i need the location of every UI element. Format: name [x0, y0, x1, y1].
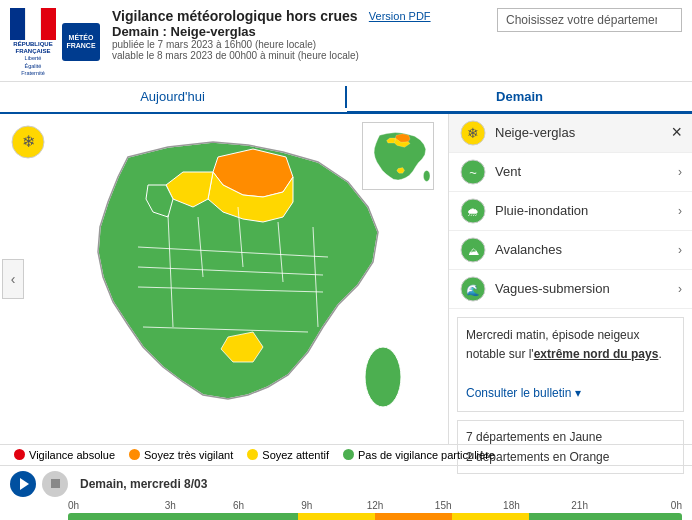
legend-dot-yellow	[247, 449, 258, 460]
timeline-label: Demain, mercredi 8/03	[80, 477, 207, 491]
avalanches-chevron: ›	[678, 243, 682, 257]
timeline-hours: 0h 3h 6h 9h 12h 15h 18h 21h 0h	[68, 500, 682, 511]
info-link[interactable]: Consulter le bulletin ▾	[466, 386, 581, 400]
legend-item-green: Pas de vigilance particulière	[343, 449, 495, 461]
stop-button[interactable]	[42, 471, 68, 497]
legend-dot-green	[343, 449, 354, 460]
meteo-france-logo: MÉTÉOFRANCE	[62, 23, 100, 61]
alert-item-neige-verglas[interactable]: ❄ Neige-verglas ×	[449, 114, 692, 153]
info-text-after: .	[658, 347, 661, 361]
neige-verglas-icon: ❄	[459, 119, 487, 147]
header-text: Vigilance météorologique hors crues Dema…	[112, 8, 487, 61]
stat-line1: 7 départements en Jaune	[466, 427, 675, 447]
pluie-label: Pluie-inondation	[495, 203, 678, 218]
svg-point-11	[365, 347, 401, 407]
stat-line2: 2 départements en Orange	[466, 447, 675, 467]
alert-list: ❄ Neige-verglas × ~ Vent ›	[449, 114, 692, 309]
vagues-icon: 🌊	[459, 275, 487, 303]
version-pdf-link[interactable]: Version PDF	[369, 10, 431, 22]
prev-arrow[interactable]: ‹	[2, 259, 24, 299]
dept-selector-area: Choisissez votre département	[497, 8, 682, 32]
main-content: ❄ ‹	[0, 114, 692, 444]
logos-area: RÉPUBLIQUEFRANÇAISELibertéÉgalitéFratern…	[10, 8, 100, 77]
info-box: Mercredi matin, épisode neigeux notable …	[457, 317, 684, 412]
header-meta1: publiée le 7 mars 2023 à 16h00 (heure lo…	[112, 39, 359, 50]
legend-item-yellow: Soyez attentif	[247, 449, 329, 461]
avalanches-icon: ⛰	[459, 236, 487, 264]
tabs-bar: Aujourd'hui Demain	[0, 82, 692, 114]
legend-item-orange: Soyez très vigilant	[129, 449, 233, 461]
header-title: Vigilance météorologique hors crues	[112, 8, 359, 24]
map-area: ❄ ‹	[0, 114, 448, 444]
alert-item-vagues[interactable]: 🌊 Vagues-submersion ›	[449, 270, 692, 309]
alert-icon-map: ❄	[10, 124, 46, 163]
vagues-label: Vagues-submersion	[495, 281, 678, 296]
header-subtitle: Demain : Neige-verglas	[112, 24, 359, 39]
pluie-chevron: ›	[678, 204, 682, 218]
alert-item-vent[interactable]: ~ Vent ›	[449, 153, 692, 192]
alert-item-pluie[interactable]: 🌧 Pluie-inondation ›	[449, 192, 692, 231]
vent-chevron: ›	[678, 165, 682, 179]
tab-today[interactable]: Aujourd'hui	[0, 82, 345, 112]
map-thumbnail	[362, 122, 434, 190]
play-button[interactable]	[10, 471, 36, 497]
vagues-chevron: ›	[678, 282, 682, 296]
neige-verglas-label: Neige-verglas	[495, 125, 671, 140]
vent-icon: ~	[459, 158, 487, 186]
legend-dot-orange	[129, 449, 140, 460]
info-highlight: extrême nord du pays	[534, 347, 659, 361]
svg-point-12	[423, 170, 430, 181]
vent-label: Vent	[495, 164, 678, 179]
dept-select[interactable]: Choisissez votre département	[497, 8, 682, 32]
svg-text:❄: ❄	[467, 125, 479, 141]
stats-box: 7 départements en Jaune 2 départements e…	[457, 420, 684, 475]
header: RÉPUBLIQUEFRANÇAISELibertéÉgalitéFratern…	[0, 0, 692, 82]
right-panel: ❄ Neige-verglas × ~ Vent ›	[448, 114, 692, 444]
svg-text:~: ~	[469, 165, 477, 180]
svg-text:❄: ❄	[22, 133, 35, 150]
tab-tomorrow[interactable]: Demain	[347, 82, 692, 114]
svg-text:🌊: 🌊	[466, 283, 480, 297]
alert-item-avalanches[interactable]: ⛰ Avalanches ›	[449, 231, 692, 270]
legend-dot-red	[14, 449, 25, 460]
header-meta2: valable le 8 mars 2023 de 00h00 à minuit…	[112, 50, 359, 61]
avalanches-label: Avalanches	[495, 242, 678, 257]
pluie-icon: 🌧	[459, 197, 487, 225]
legend-item-red: Vigilance absolue	[14, 449, 115, 461]
svg-text:🌧: 🌧	[467, 205, 479, 219]
neige-verglas-close[interactable]: ×	[671, 122, 682, 143]
timeline-bar[interactable]	[68, 513, 682, 520]
svg-text:⛰: ⛰	[468, 245, 479, 257]
rf-logo: RÉPUBLIQUEFRANÇAISELibertéÉgalitéFratern…	[10, 8, 56, 77]
